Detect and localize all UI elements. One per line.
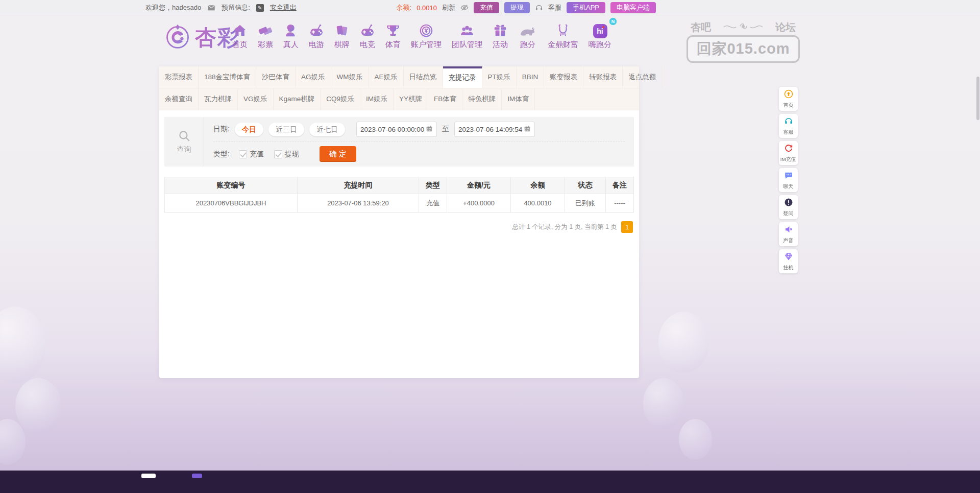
records-table: 账变编号 充提时间 类型 金额/元 余额 状态 备注 20230706VBBGI… [164, 177, 634, 213]
cell-type: 充值 [419, 194, 447, 213]
page-1-button[interactable]: 1 [621, 221, 633, 233]
nav-live[interactable]: N 真人 [283, 21, 299, 50]
footer-partial-purple [192, 474, 202, 478]
nav-sports[interactable]: N 体育 [385, 21, 401, 50]
tab-wm[interactable]: WM娱乐 [331, 66, 369, 88]
nav-team-management[interactable]: 团队管理 [452, 21, 482, 50]
nav-egames[interactable]: H 电游 [309, 21, 324, 50]
range-7days[interactable]: 近七日 [309, 123, 345, 136]
home-icon [232, 21, 248, 38]
tab-balance-query[interactable]: 余额查询 [159, 88, 199, 110]
withdraw-button[interactable]: 提现 [504, 2, 530, 13]
pagination-summary: 总计 1 个记录, 分为 1 页, 当前第 1 页 [512, 223, 617, 231]
tab-row-2: 余额查询 瓦力棋牌 VG娱乐 Kgame棋牌 CQ9娱乐 IM娱乐 YY棋牌 F… [159, 88, 639, 110]
submit-button[interactable]: 确 定 [320, 146, 356, 162]
recharge-button[interactable]: 充值 [474, 2, 499, 13]
cell-time: 2023-07-06 13:59:20 [298, 194, 419, 213]
headset-icon [784, 116, 793, 128]
calendar-icon [524, 125, 531, 134]
tab-ae[interactable]: AE娱乐 [369, 66, 404, 88]
range-today[interactable]: 今日 [235, 123, 263, 136]
date-from-input[interactable]: 2023-07-06 00:00:00 [356, 122, 437, 137]
forum-watermark: 杏吧 论坛 回家015.com [687, 20, 800, 63]
gift-icon [493, 21, 508, 38]
nav-promotions[interactable]: 活动 [493, 21, 508, 50]
refresh-link[interactable]: 刷新 [442, 3, 455, 12]
tab-ag[interactable]: AG娱乐 [296, 66, 331, 88]
main-card: 彩票报表 188金宝博体育 沙巴体育 AG娱乐 WM娱乐 AE娱乐 日结总览 充… [159, 66, 639, 378]
footer-partial-white [141, 474, 156, 478]
tab-bbin[interactable]: BBIN [517, 66, 545, 88]
scrollbar-thumb[interactable] [976, 77, 979, 120]
chat-bubble-icon [784, 171, 793, 182]
nav-esports[interactable]: 电竞 [360, 21, 375, 50]
envelope-icon[interactable] [207, 4, 215, 12]
type-label: 类型: [213, 150, 230, 159]
tab-im-sport[interactable]: IM体育 [502, 88, 535, 110]
balance-value: 0.0010 [416, 4, 437, 12]
tab-pt[interactable]: PT娱乐 [482, 66, 517, 88]
rhino-icon [518, 21, 537, 38]
tab-daily-summary[interactable]: 日结总览 [404, 66, 443, 88]
checkbox-withdraw[interactable]: 提现 [274, 150, 299, 159]
range-3days[interactable]: 近三日 [268, 123, 304, 136]
pc-client-button[interactable]: 电脑客户端 [610, 2, 656, 13]
tab-recharge-records[interactable]: 充提记录 [443, 66, 482, 88]
sidebar-item-idle[interactable]: 挂机 [779, 249, 798, 273]
tab-kgame[interactable]: Kgame棋牌 [274, 88, 321, 110]
tab-im[interactable]: IM娱乐 [360, 88, 394, 110]
table-row: 20230706VBBGIJDJBH 2023-07-06 13:59:20 充… [165, 194, 633, 213]
nav-lottery[interactable]: 彩票 [258, 21, 273, 50]
eye-slash-icon[interactable] [460, 4, 469, 12]
tab-188-sport[interactable]: 188金宝博体育 [199, 66, 256, 88]
live-person-icon [283, 21, 299, 38]
date-to-input[interactable]: 2023-07-06 14:09:54 [454, 122, 535, 137]
watermark-left: 杏吧 [691, 20, 711, 34]
checkbox-recharge[interactable]: 充值 [239, 150, 264, 159]
tab-cq9[interactable]: CQ9娱乐 [321, 88, 360, 110]
nav-jinding-wealth[interactable]: 金鼎财富 [548, 21, 578, 50]
pencil-icon[interactable]: ✎ [256, 4, 264, 12]
coin-icon [419, 21, 434, 38]
col-header-amount: 金额/元 [447, 177, 511, 194]
service-link[interactable]: 客服 [548, 3, 561, 12]
sidebar-item-im-recharge[interactable]: IM充值 [779, 141, 798, 165]
sidebar-item-sound[interactable]: 声音 [779, 222, 798, 246]
cell-remark: ----- [606, 194, 633, 213]
tab-yy-chess[interactable]: YY棋牌 [394, 88, 428, 110]
tab-transfer-report[interactable]: 转账报表 [583, 66, 623, 88]
topbar: 欢迎您，hadesado 预留信息: ✎ 安全退出 余额: 0.0010 刷新 … [0, 0, 980, 15]
filter-panel: 查询 日期: 今日 近三日 近七日 2023-07-06 00:00:00 至 … [164, 117, 634, 167]
welcome-text: 欢迎您，hadesado [145, 3, 201, 12]
site-logo[interactable]: 杏彩 [163, 22, 240, 53]
cards-icon [334, 21, 350, 38]
tab-vg[interactable]: VG娱乐 [238, 88, 274, 110]
nav-home[interactable]: 首页 [232, 21, 248, 50]
esports-gamepad-icon [360, 21, 375, 38]
col-header-remark: 备注 [606, 177, 633, 194]
tab-fb-sport[interactable]: FB体育 [428, 88, 462, 110]
sidebar-item-question[interactable]: 疑问 [779, 195, 798, 219]
exclamation-icon [784, 198, 793, 209]
query-block: 查询 [164, 117, 204, 167]
mobile-app-button[interactable]: 手机APP [567, 2, 605, 13]
tab-wali-chess[interactable]: 瓦力棋牌 [199, 88, 238, 110]
logout-link[interactable]: 安全退出 [270, 3, 297, 12]
col-header-record-id: 账变编号 [165, 177, 298, 194]
sidebar-item-home[interactable]: 首页 [779, 87, 798, 111]
cell-balance: 400.0010 [511, 194, 565, 213]
gamepad-icon [309, 21, 324, 38]
nav-account-management[interactable]: 账户管理 [411, 21, 442, 50]
tab-account-change-report[interactable]: 账变报表 [544, 66, 583, 88]
back-to-top-icon [784, 89, 793, 101]
nav-chess[interactable]: 棋牌 [334, 21, 350, 50]
nav-paofen[interactable]: 跑分 [518, 21, 537, 50]
badge-n: N [609, 18, 617, 25]
tab-tetu-chess[interactable]: 特兔棋牌 [462, 88, 502, 110]
sidebar-item-chat[interactable]: 聊天 [779, 168, 798, 192]
tab-lottery-report[interactable]: 彩票报表 [159, 66, 199, 88]
nav-hi-paofen[interactable]: hi 嗨跑分 [589, 21, 611, 50]
sidebar-item-service[interactable]: 客服 [779, 114, 798, 138]
tab-rebate-total[interactable]: 返点总额 [623, 66, 662, 88]
tab-shaba-sport[interactable]: 沙巴体育 [256, 66, 296, 88]
